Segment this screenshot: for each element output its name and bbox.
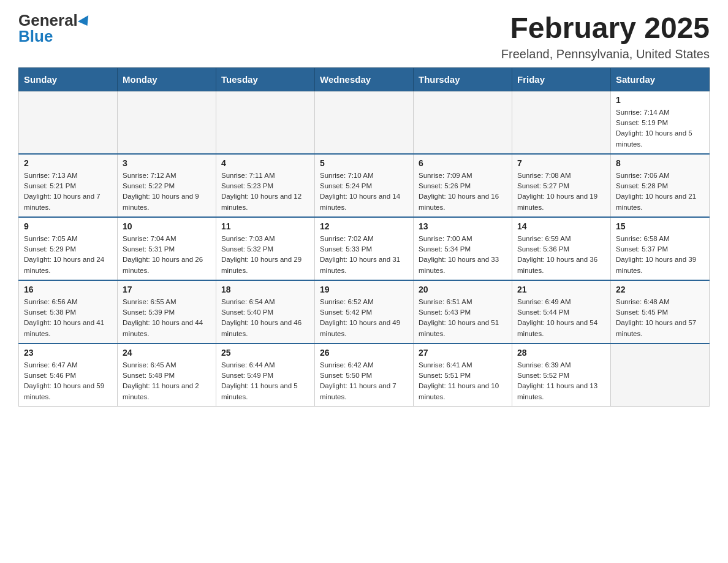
calendar-cell: 23Sunrise: 6:47 AMSunset: 5:46 PMDayligh… [19, 343, 118, 407]
day-info: Sunrise: 6:52 AMSunset: 5:42 PMDaylight:… [320, 297, 408, 339]
calendar-week-row: 9Sunrise: 7:05 AMSunset: 5:29 PMDaylight… [19, 217, 710, 280]
day-info: Sunrise: 7:12 AMSunset: 5:22 PMDaylight:… [123, 170, 211, 213]
day-number: 1 [616, 95, 704, 105]
day-info: Sunrise: 7:06 AMSunset: 5:28 PMDaylight:… [616, 170, 704, 213]
header-monday: Monday [118, 67, 216, 91]
calendar-cell: 11Sunrise: 7:03 AMSunset: 5:32 PMDayligh… [216, 217, 315, 280]
calendar-cell: 8Sunrise: 7:06 AMSunset: 5:28 PMDaylight… [611, 154, 710, 217]
day-info: Sunrise: 6:41 AMSunset: 5:51 PMDaylight:… [419, 360, 507, 402]
calendar-table: Sunday Monday Tuesday Wednesday Thursday… [18, 67, 710, 407]
day-info: Sunrise: 6:48 AMSunset: 5:45 PMDaylight:… [616, 297, 704, 339]
calendar-cell: 24Sunrise: 6:45 AMSunset: 5:48 PMDayligh… [118, 343, 216, 407]
day-number: 17 [123, 285, 211, 294]
calendar-cell: 28Sunrise: 6:39 AMSunset: 5:52 PMDayligh… [512, 343, 611, 407]
calendar-cell: 16Sunrise: 6:56 AMSunset: 5:38 PMDayligh… [19, 280, 118, 343]
day-number: 4 [221, 158, 309, 168]
day-number: 8 [616, 158, 704, 168]
day-info: Sunrise: 7:14 AMSunset: 5:19 PMDaylight:… [616, 107, 704, 150]
calendar-week-row: 1Sunrise: 7:14 AMSunset: 5:19 PMDaylight… [19, 91, 710, 154]
month-title: February 2025 [501, 12, 710, 45]
calendar-cell [611, 343, 710, 407]
header-thursday: Thursday [414, 67, 512, 91]
logo-general-line: General [18, 12, 91, 28]
calendar-cell [216, 91, 315, 154]
calendar-cell: 6Sunrise: 7:09 AMSunset: 5:26 PMDaylight… [414, 154, 512, 217]
calendar-cell: 5Sunrise: 7:10 AMSunset: 5:24 PMDaylight… [315, 154, 414, 217]
day-number: 28 [517, 348, 605, 358]
day-info: Sunrise: 6:56 AMSunset: 5:38 PMDaylight:… [24, 297, 112, 339]
header-friday: Friday [512, 67, 611, 91]
day-number: 19 [320, 285, 408, 294]
day-number: 12 [320, 221, 408, 231]
day-number: 9 [24, 221, 112, 231]
calendar-cell: 18Sunrise: 6:54 AMSunset: 5:40 PMDayligh… [216, 280, 315, 343]
title-block: February 2025 Freeland, Pennsylvania, Un… [501, 12, 710, 61]
day-info: Sunrise: 6:44 AMSunset: 5:49 PMDaylight:… [221, 360, 309, 402]
page-header: General Blue February 2025 Freeland, Pen… [18, 12, 710, 61]
day-number: 26 [320, 348, 408, 358]
calendar-cell [19, 91, 118, 154]
day-number: 5 [320, 158, 408, 168]
day-info: Sunrise: 6:54 AMSunset: 5:40 PMDaylight:… [221, 297, 309, 339]
calendar-cell [414, 91, 512, 154]
day-number: 27 [419, 348, 507, 358]
day-number: 24 [123, 348, 211, 358]
day-number: 20 [419, 285, 507, 294]
day-info: Sunrise: 6:55 AMSunset: 5:39 PMDaylight:… [123, 297, 211, 339]
calendar-cell: 1Sunrise: 7:14 AMSunset: 5:19 PMDaylight… [611, 91, 710, 154]
day-info: Sunrise: 6:58 AMSunset: 5:37 PMDaylight:… [616, 234, 704, 276]
calendar-cell: 14Sunrise: 6:59 AMSunset: 5:36 PMDayligh… [512, 217, 611, 280]
calendar-cell: 12Sunrise: 7:02 AMSunset: 5:33 PMDayligh… [315, 217, 414, 280]
calendar-cell: 7Sunrise: 7:08 AMSunset: 5:27 PMDaylight… [512, 154, 611, 217]
calendar-cell: 27Sunrise: 6:41 AMSunset: 5:51 PMDayligh… [414, 343, 512, 407]
day-number: 16 [24, 285, 112, 294]
calendar-cell: 25Sunrise: 6:44 AMSunset: 5:49 PMDayligh… [216, 343, 315, 407]
header-sunday: Sunday [19, 67, 118, 91]
weekday-header-row: Sunday Monday Tuesday Wednesday Thursday… [19, 67, 710, 91]
calendar-cell: 4Sunrise: 7:11 AMSunset: 5:23 PMDaylight… [216, 154, 315, 217]
day-info: Sunrise: 7:13 AMSunset: 5:21 PMDaylight:… [24, 170, 112, 213]
day-info: Sunrise: 7:03 AMSunset: 5:32 PMDaylight:… [221, 234, 309, 276]
day-info: Sunrise: 7:00 AMSunset: 5:34 PMDaylight:… [419, 234, 507, 276]
day-number: 25 [221, 348, 309, 358]
calendar-cell: 13Sunrise: 7:00 AMSunset: 5:34 PMDayligh… [414, 217, 512, 280]
day-info: Sunrise: 7:10 AMSunset: 5:24 PMDaylight:… [320, 170, 408, 213]
day-info: Sunrise: 7:08 AMSunset: 5:27 PMDaylight:… [517, 170, 605, 213]
day-info: Sunrise: 6:45 AMSunset: 5:48 PMDaylight:… [123, 360, 211, 402]
calendar-cell: 19Sunrise: 6:52 AMSunset: 5:42 PMDayligh… [315, 280, 414, 343]
day-number: 13 [419, 221, 507, 231]
location-title: Freeland, Pennsylvania, United States [501, 47, 710, 61]
day-info: Sunrise: 6:47 AMSunset: 5:46 PMDaylight:… [24, 360, 112, 402]
calendar-cell: 9Sunrise: 7:05 AMSunset: 5:29 PMDaylight… [19, 217, 118, 280]
header-saturday: Saturday [611, 67, 710, 91]
day-info: Sunrise: 6:51 AMSunset: 5:43 PMDaylight:… [419, 297, 507, 339]
calendar-cell [118, 91, 216, 154]
day-info: Sunrise: 7:04 AMSunset: 5:31 PMDaylight:… [123, 234, 211, 276]
day-info: Sunrise: 7:09 AMSunset: 5:26 PMDaylight:… [419, 170, 507, 213]
day-number: 14 [517, 221, 605, 231]
day-number: 7 [517, 158, 605, 168]
calendar-cell: 2Sunrise: 7:13 AMSunset: 5:21 PMDaylight… [19, 154, 118, 217]
header-tuesday: Tuesday [216, 67, 315, 91]
day-number: 21 [517, 285, 605, 294]
calendar-week-row: 2Sunrise: 7:13 AMSunset: 5:21 PMDaylight… [19, 154, 710, 217]
day-info: Sunrise: 6:59 AMSunset: 5:36 PMDaylight:… [517, 234, 605, 276]
day-info: Sunrise: 6:42 AMSunset: 5:50 PMDaylight:… [320, 360, 408, 402]
calendar-cell: 21Sunrise: 6:49 AMSunset: 5:44 PMDayligh… [512, 280, 611, 343]
calendar-cell: 3Sunrise: 7:12 AMSunset: 5:22 PMDaylight… [118, 154, 216, 217]
day-number: 2 [24, 158, 112, 168]
day-number: 10 [123, 221, 211, 231]
logo-blue-text: Blue [18, 27, 53, 45]
day-number: 15 [616, 221, 704, 231]
calendar-week-row: 23Sunrise: 6:47 AMSunset: 5:46 PMDayligh… [19, 343, 710, 407]
calendar-cell: 10Sunrise: 7:04 AMSunset: 5:31 PMDayligh… [118, 217, 216, 280]
calendar-cell [512, 91, 611, 154]
day-info: Sunrise: 6:39 AMSunset: 5:52 PMDaylight:… [517, 360, 605, 402]
header-wednesday: Wednesday [315, 67, 414, 91]
day-number: 3 [123, 158, 211, 168]
day-info: Sunrise: 7:02 AMSunset: 5:33 PMDaylight:… [320, 234, 408, 276]
day-number: 23 [24, 348, 112, 358]
calendar-cell: 17Sunrise: 6:55 AMSunset: 5:39 PMDayligh… [118, 280, 216, 343]
day-number: 6 [419, 158, 507, 168]
logo-triangle-icon [78, 15, 93, 29]
